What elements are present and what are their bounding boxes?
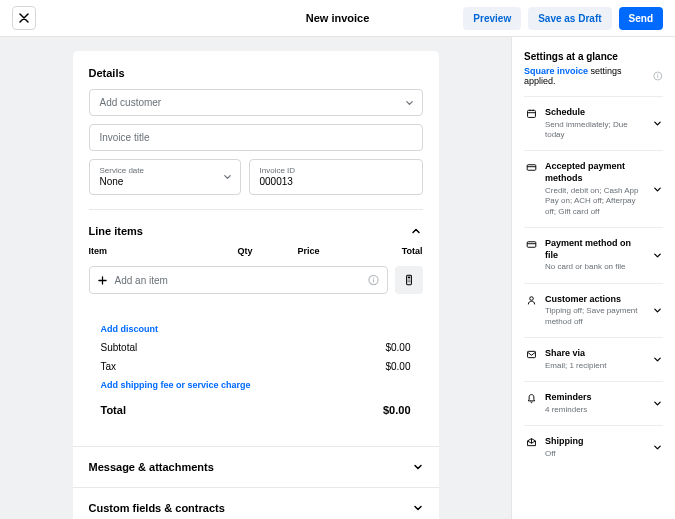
col-total: Total [368, 246, 423, 256]
svg-rect-14 [527, 242, 536, 248]
shipping-icon [524, 436, 538, 459]
chevron-down-icon [651, 238, 663, 273]
chevron-down-icon [651, 294, 663, 327]
close-button[interactable] [12, 6, 36, 30]
svg-rect-2 [372, 279, 373, 282]
calculator-button[interactable] [395, 266, 423, 294]
chevron-down-icon [413, 503, 423, 513]
add-discount-link[interactable]: Add discount [101, 324, 411, 334]
save-draft-button[interactable]: Save as Draft [528, 7, 611, 30]
close-icon [19, 13, 29, 23]
settings-glance-panel: Settings at a glance Square invoice sett… [511, 37, 675, 519]
add-customer-placeholder: Add customer [100, 97, 162, 108]
chevron-up-icon[interactable] [409, 224, 423, 238]
glance-desc: Email; 1 recipient [545, 361, 644, 371]
app-header: New invoice Preview Save as Draft Send [0, 0, 675, 37]
glance-label: Payment method on file [545, 238, 644, 261]
glance-item-payment-on-file[interactable]: Payment method on fileNo card or bank on… [524, 227, 663, 283]
glance-desc: 4 reminders [545, 405, 644, 415]
svg-point-7 [407, 281, 408, 282]
add-shipping-link[interactable]: Add shipping fee or service charge [101, 380, 411, 390]
add-item-placeholder: Add an item [115, 275, 168, 286]
service-date-label: Service date [100, 166, 144, 176]
add-item-field[interactable]: Add an item [89, 266, 388, 294]
tax-value: $0.00 [385, 361, 410, 372]
svg-point-10 [658, 74, 659, 75]
col-item: Item [89, 246, 238, 256]
line-items-title: Line items [89, 225, 143, 237]
chevron-down-icon [413, 462, 423, 472]
invoice-id-label: Invoice ID [260, 166, 296, 176]
glance-item-customer-actions[interactable]: Customer actionsTipping off; Save paymen… [524, 283, 663, 337]
custom-fields-section[interactable]: Custom fields & contracts [73, 487, 439, 519]
glance-label: Reminders [545, 392, 644, 404]
subtotal-value: $0.00 [385, 342, 410, 353]
glance-label: Schedule [545, 107, 644, 119]
glance-desc: No card or bank on file [545, 262, 644, 272]
customer-actions-icon [524, 294, 538, 327]
plus-icon [98, 276, 107, 285]
glance-item-share-via[interactable]: Share viaEmail; 1 recipient [524, 337, 663, 381]
glance-label: Shipping [545, 436, 644, 448]
details-title: Details [89, 67, 423, 79]
invoice-title-placeholder: Invoice title [100, 132, 150, 143]
send-button[interactable]: Send [619, 7, 663, 30]
line-items-section: Line items Item Qty Price Total Add an i… [73, 224, 439, 294]
glance-desc: Credit, debit on; Cash App Pay on; ACH o… [545, 186, 644, 217]
service-date-value: None [100, 176, 124, 188]
add-customer-field[interactable]: Add customer [89, 89, 423, 116]
reminders-icon [524, 392, 538, 415]
info-icon [368, 275, 379, 286]
glance-item-shipping[interactable]: ShippingOff [524, 425, 663, 469]
preview-button[interactable]: Preview [463, 7, 521, 30]
chevron-down-icon [651, 392, 663, 415]
svg-point-1 [372, 277, 373, 278]
invoice-title-field[interactable]: Invoice title [89, 124, 423, 151]
message-attachments-label: Message & attachments [89, 461, 214, 473]
glance-item-reminders[interactable]: Reminders4 reminders [524, 381, 663, 425]
tax-label: Tax [101, 361, 117, 372]
svg-rect-4 [407, 277, 409, 279]
info-icon[interactable] [653, 71, 663, 81]
invoice-id-field[interactable]: Invoice ID 000013 [249, 159, 423, 195]
line-items-header: Item Qty Price Total [89, 246, 423, 256]
svg-point-8 [409, 281, 410, 282]
glance-desc: Send immediately; Due today [545, 120, 644, 141]
chevron-down-icon [651, 107, 663, 140]
glance-desc: Off [545, 449, 644, 459]
glance-label: Share via [545, 348, 644, 360]
subtotal-label: Subtotal [101, 342, 138, 353]
glance-title: Settings at a glance [524, 51, 663, 62]
page-title: New invoice [306, 12, 370, 24]
chevron-down-icon [405, 98, 414, 107]
total-value: $0.00 [383, 404, 411, 416]
svg-rect-11 [658, 75, 659, 78]
chevron-down-icon [651, 348, 663, 371]
totals-block: Add discount Subtotal $0.00 Tax $0.00 Ad… [89, 314, 423, 418]
details-section: Details Add customer Invoice title [73, 67, 439, 195]
glance-item-schedule[interactable]: ScheduleSend immediately; Due today [524, 96, 663, 150]
glance-item-payment-methods[interactable]: Accepted payment methodsCredit, debit on… [524, 150, 663, 227]
share-via-icon [524, 348, 538, 371]
svg-point-15 [529, 297, 533, 301]
divider [89, 209, 423, 210]
svg-rect-12 [527, 110, 535, 117]
payment-on-file-icon [524, 238, 538, 273]
calculator-icon [403, 274, 415, 286]
total-label: Total [101, 404, 126, 416]
chevron-down-icon [223, 173, 232, 182]
custom-fields-label: Custom fields & contracts [89, 502, 225, 514]
invoice-id-value: 000013 [260, 176, 293, 188]
glance-sub-link[interactable]: Square invoice [524, 66, 588, 76]
schedule-icon [524, 107, 538, 140]
invoice-card: Details Add customer Invoice title [73, 51, 439, 519]
svg-rect-16 [527, 352, 535, 358]
glance-desc: Tipping off; Save payment method off [545, 306, 644, 327]
service-date-field[interactable]: Service date None [89, 159, 241, 195]
glance-label: Accepted payment methods [545, 161, 644, 184]
col-qty: Qty [238, 246, 298, 256]
col-price: Price [298, 246, 368, 256]
chevron-down-icon [651, 161, 663, 217]
payment-methods-icon [524, 161, 538, 217]
message-attachments-section[interactable]: Message & attachments [73, 446, 439, 487]
